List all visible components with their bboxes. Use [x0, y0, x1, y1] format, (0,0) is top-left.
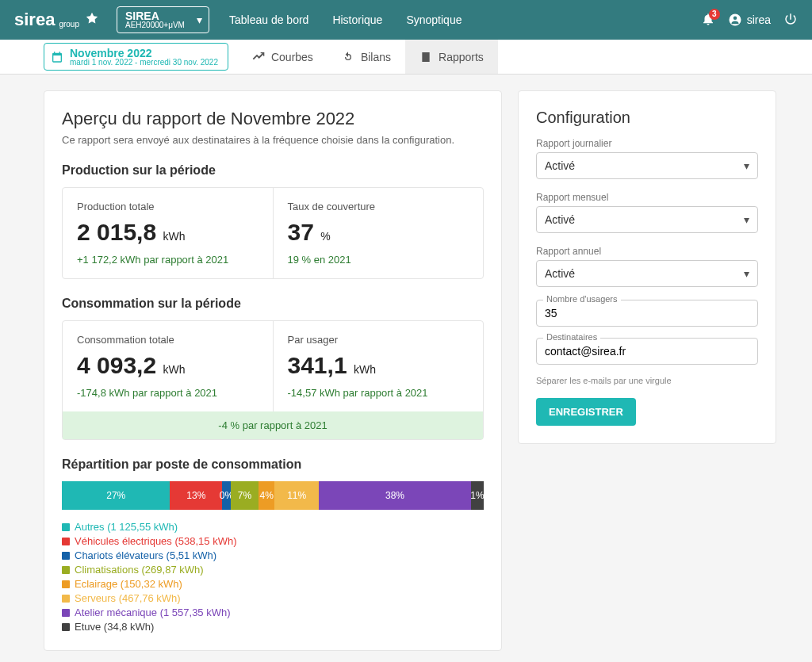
- card-production-total: Production totale 2 015,8 kWh +1 172,2 k…: [63, 188, 273, 278]
- report-subtitle: Ce rapport sera envoyé aux destinataires…: [62, 134, 484, 146]
- legend-item: Serveurs (467,76 kWh): [62, 592, 484, 604]
- select-value: Activé: [545, 267, 575, 280]
- breakdown-chart: 27% 13% 0% 7% 4% 11% 38% 1%: [62, 481, 484, 510]
- notification-badge: 3: [709, 9, 720, 20]
- power-icon: [783, 12, 798, 26]
- logo-icon: [83, 11, 101, 29]
- card-coverage: Taux de couverture 37 % 19 % en 2021: [273, 188, 484, 278]
- seg-atelier: 38%: [319, 481, 471, 510]
- legend-item: Atelier mécanique (1 557,35 kWh): [62, 607, 484, 618]
- card-label: Taux de couverture: [288, 201, 469, 212]
- report-title: Aperçu du rapport de Novembre 2022: [62, 109, 484, 129]
- legend-item: Eclairage (150,32 kWh): [62, 578, 484, 590]
- seg-eclairage: 4%: [259, 481, 274, 510]
- legend-label: Serveurs (467,76 kWh): [75, 592, 181, 604]
- site-sub: AEH20000+μVM: [125, 21, 185, 29]
- breakdown-legend: Autres (1 125,55 kWh) Véhicules électriq…: [62, 521, 484, 633]
- recipients-fieldset: Destinataires: [536, 338, 758, 365]
- recipients-hint: Séparer les e-mails par une virgule: [536, 376, 758, 385]
- report-panel: Aperçu du rapport de Novembre 2022 Ce ra…: [44, 90, 502, 651]
- main-content: Aperçu du rapport de Novembre 2022 Ce ra…: [0, 75, 812, 659]
- card-diff: -174,8 kWh par rapport à 2021: [77, 387, 259, 399]
- swatch-icon: [62, 552, 70, 560]
- production-cards: Production totale 2 015,8 kWh +1 172,2 k…: [62, 187, 484, 279]
- tab-label: Courbes: [271, 51, 313, 63]
- legend-item: Autres (1 125,55 kWh): [62, 521, 484, 533]
- tab-label: Rapports: [439, 51, 484, 63]
- topbar-right: 3 sirea: [701, 12, 798, 29]
- fieldset-label: Destinataires: [543, 332, 600, 342]
- users-fieldset: Nombre d'usagers: [536, 300, 758, 327]
- save-button[interactable]: ENREGISTRER: [536, 398, 636, 426]
- site-name: SIREA: [125, 10, 185, 21]
- legend-label: Etuve (34,8 kWh): [75, 621, 154, 633]
- nav-history[interactable]: Historique: [332, 13, 382, 26]
- user-menu[interactable]: sirea: [728, 13, 771, 27]
- recipients-input[interactable]: [545, 345, 749, 358]
- legend-item: Chariots élévateurs (5,51 kWh): [62, 549, 484, 561]
- date-title: Novembre 2022: [70, 48, 218, 59]
- nav-dashboard[interactable]: Tableau de bord: [229, 13, 308, 26]
- tab-balances[interactable]: Bilans: [327, 40, 405, 74]
- nav-synoptic[interactable]: Synoptique: [406, 13, 462, 26]
- notifications-button[interactable]: 3: [701, 12, 715, 29]
- power-button[interactable]: [783, 12, 798, 29]
- seg-autres: 27%: [62, 481, 170, 510]
- legend-label: Autres (1 125,55 kWh): [75, 521, 178, 533]
- card-label: Consommation totale: [77, 334, 259, 346]
- date-range: mardi 1 nov. 2022 - mercredi 30 nov. 202…: [70, 59, 218, 67]
- caret-down-icon: ▾: [197, 13, 202, 26]
- legend-label: Chariots élévateurs (5,51 kWh): [75, 549, 216, 561]
- card-diff: +1 172,2 kWh par rapport à 2021: [77, 254, 259, 266]
- swatch-icon: [62, 595, 70, 603]
- consumption-heading: Consommation sur la période: [62, 297, 484, 311]
- select-value: Activé: [545, 213, 575, 226]
- card-value: 2 015,8 kWh: [77, 219, 259, 246]
- annual-label: Rapport annuel: [536, 246, 758, 257]
- card-diff: -14,57 kWh par rapport à 2021: [288, 387, 469, 399]
- legend-label: Atelier mécanique (1 557,35 kWh): [75, 607, 231, 618]
- overall-diff-banner: -4 % par rapport à 2021: [63, 411, 483, 439]
- user-icon: [728, 13, 742, 27]
- swatch-icon: [62, 566, 70, 574]
- date-range-picker[interactable]: Novembre 2022 mardi 1 nov. 2022 - mercre…: [44, 43, 228, 71]
- annual-select[interactable]: Activé: [536, 260, 758, 287]
- tab-label: Bilans: [361, 51, 391, 63]
- daily-select[interactable]: Activé: [536, 152, 758, 179]
- card-value: 341,1 kWh: [288, 352, 469, 379]
- card-consumption-total: Consommation totale 4 093,2 kWh -174,8 k…: [63, 321, 273, 411]
- tab-reports[interactable]: Rapports: [405, 40, 498, 74]
- seg-clim: 7%: [231, 481, 259, 510]
- swatch-icon: [62, 623, 70, 631]
- footer: SmartEMS (v1.19) | Développé par Sirea: [0, 659, 812, 662]
- monthly-select[interactable]: Activé: [536, 206, 758, 233]
- main-nav: Tableau de bord Historique Synoptique: [229, 13, 462, 26]
- select-value: Activé: [545, 159, 575, 172]
- username: sirea: [747, 13, 771, 26]
- daily-label: Rapport journalier: [536, 138, 758, 149]
- config-panel: Configuration Rapport journalier Activé …: [518, 90, 776, 444]
- card-value: 4 093,2 kWh: [77, 352, 259, 379]
- card-label: Par usager: [288, 334, 469, 346]
- report-icon: [419, 51, 432, 63]
- secondary-bar: Novembre 2022 mardi 1 nov. 2022 - mercre…: [0, 40, 812, 75]
- chart-line-icon: [252, 51, 265, 63]
- brand-main: sirea: [14, 10, 55, 29]
- card-diff: 19 % en 2021: [288, 254, 469, 266]
- users-input[interactable]: [545, 307, 749, 320]
- topbar: sirea group SIREA AEH20000+μVM ▾ Tableau…: [0, 0, 812, 40]
- monthly-label: Rapport mensuel: [536, 192, 758, 203]
- site-selector[interactable]: SIREA AEH20000+μVM ▾: [117, 6, 209, 33]
- card-value: 37 %: [288, 219, 469, 246]
- card-per-user: Par usager 341,1 kWh -14,57 kWh par rapp…: [273, 321, 484, 411]
- legend-label: Climatisations (269,87 kWh): [75, 564, 204, 576]
- swatch-icon: [62, 580, 70, 588]
- view-tabs: Courbes Bilans Rapports: [238, 40, 498, 74]
- legend-item: Véhicules électriques (538,15 kWh): [62, 535, 484, 547]
- brand-logo[interactable]: sirea group: [14, 10, 101, 30]
- calendar-icon: [51, 51, 63, 63]
- seg-serveurs: 11%: [274, 481, 319, 510]
- svg-point-1: [733, 17, 737, 21]
- seg-chariots: 0%: [222, 481, 231, 510]
- tab-curves[interactable]: Courbes: [238, 40, 327, 74]
